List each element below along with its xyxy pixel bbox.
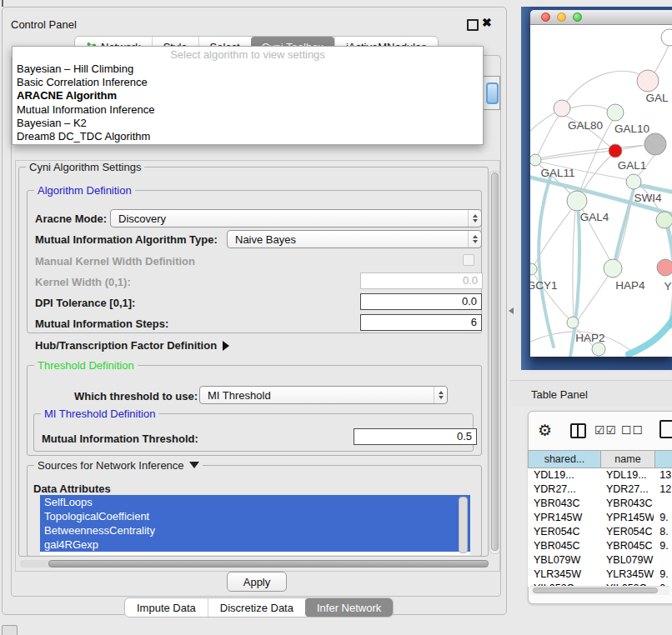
table-row[interactable]: YDL19...YDL19...13 bbox=[528, 468, 672, 482]
dpi-tolerance-field[interactable]: 0.0 bbox=[360, 293, 482, 310]
network-node-swi4[interactable] bbox=[656, 212, 672, 228]
zoom-traffic-light-icon[interactable] bbox=[573, 12, 582, 22]
algorithm-option-mutual-information-inference[interactable]: Mutual Information Inference bbox=[13, 103, 483, 117]
network-window[interactable]: GALGAL80GAL10GAL1GAL11GAL4SWI4GCY1HAP4YH… bbox=[530, 10, 672, 357]
mi-steps-field[interactable]: 6 bbox=[360, 314, 482, 331]
table-header-row: shared...name bbox=[528, 450, 672, 468]
network-node[interactable] bbox=[609, 144, 622, 158]
network-node-hap2[interactable] bbox=[567, 317, 579, 328]
network-node-hap4[interactable] bbox=[604, 259, 622, 278]
panel-splitter-arrow[interactable] bbox=[509, 308, 514, 314]
algorithm-option-bayesian-hill-climbing[interactable]: Bayesian – Hill Climbing bbox=[13, 62, 483, 76]
cyni-algorithm-settings-title: Cyni Algorithm Settings bbox=[26, 161, 144, 173]
table-cell: YBR043C bbox=[528, 497, 600, 511]
focused-spinner-fragment[interactable] bbox=[486, 82, 499, 104]
settings-horizontal-scrollbar[interactable] bbox=[20, 560, 487, 568]
network-edge[interactable] bbox=[654, 43, 669, 74]
spinner-arrows-icon[interactable] bbox=[468, 210, 481, 227]
table-panel-title: Table Panel bbox=[531, 388, 588, 401]
network-edge[interactable] bbox=[629, 318, 672, 354]
close-traffic-light-icon[interactable] bbox=[541, 12, 550, 22]
network-graph[interactable]: GALGAL80GAL10GAL1GAL11GAL4SWI4GCY1HAP4YH… bbox=[530, 24, 672, 357]
network-edge[interactable] bbox=[564, 71, 647, 106]
mi-algorithm-type-combobox[interactable]: Naive Bayes bbox=[227, 230, 482, 248]
attributes-list-scrollbar[interactable] bbox=[459, 497, 468, 553]
kernel-width-field[interactable]: 0.0 bbox=[360, 272, 483, 289]
network-node-label: HAP2 bbox=[575, 332, 604, 344]
column-header-shared[interactable]: shared... bbox=[528, 450, 601, 468]
algorithm-option-basic-correlation-inference[interactable]: Basic Correlation Inference bbox=[13, 76, 483, 89]
select-all-columns-icon[interactable]: ☑☑ bbox=[594, 423, 617, 437]
attribute-item-topologicalcoefficient[interactable]: TopologicalCoefficient bbox=[40, 509, 470, 523]
network-node-label: GAL80 bbox=[568, 119, 603, 132]
table-row[interactable]: YER054CYER054C8. bbox=[528, 525, 672, 539]
close-icon[interactable]: ✖ bbox=[482, 16, 492, 29]
network-node-label: GCY1 bbox=[530, 279, 557, 292]
table-row[interactable]: YBR045CYBR045C9. bbox=[528, 539, 672, 553]
network-node-gcy1[interactable] bbox=[530, 263, 537, 275]
tab-discretize-data[interactable]: Discretize Data bbox=[208, 598, 305, 617]
gear-icon[interactable]: ⚙ bbox=[538, 421, 552, 440]
attribute-item-selfloops[interactable]: SelfLoops bbox=[40, 495, 470, 509]
table-cell bbox=[654, 497, 672, 511]
table-cell: 9. bbox=[654, 511, 672, 525]
spinner-arrows-icon[interactable] bbox=[468, 231, 481, 248]
network-edge[interactable] bbox=[573, 208, 575, 318]
network-node[interactable] bbox=[592, 342, 605, 356]
data-attributes-label: Data Attributes bbox=[33, 482, 111, 495]
column-header-name[interactable]: name bbox=[601, 450, 655, 468]
algorithm-option-bayesian-k2[interactable]: Bayesian – K2 bbox=[13, 117, 483, 130]
manual-kernel-width-checkbox[interactable] bbox=[463, 254, 474, 266]
new-table-icon[interactable] bbox=[659, 420, 672, 438]
data-attributes-list[interactable]: SelfLoopsTopologicalCoefficientBetweenne… bbox=[40, 495, 470, 555]
network-node-gal10[interactable] bbox=[607, 104, 624, 121]
network-edge[interactable] bbox=[539, 177, 554, 347]
network-edge[interactable] bbox=[668, 228, 672, 327]
bottom-left-button[interactable] bbox=[2, 625, 18, 635]
table-cell: YLR345W bbox=[600, 568, 654, 582]
algorithm-dropdown-popup: Select algorithm to view settings Bayesi… bbox=[12, 46, 484, 145]
table-row[interactable]: YLR345WYLR345W9. bbox=[528, 568, 672, 582]
apply-button[interactable]: Apply bbox=[227, 572, 287, 592]
deselect-all-columns-icon[interactable]: ☐☐ bbox=[621, 423, 644, 437]
network-node[interactable] bbox=[644, 133, 666, 155]
sources-title[interactable]: Sources for Network Inference bbox=[34, 459, 203, 472]
aracne-mode-combobox[interactable]: Discovery bbox=[110, 209, 482, 228]
settings-vertical-scrollbar[interactable] bbox=[489, 171, 500, 554]
network-node-gal[interactable] bbox=[637, 70, 659, 92]
network-node-gal4[interactable] bbox=[567, 191, 587, 211]
table-row[interactable]: YBL079WYBL079W bbox=[528, 553, 672, 568]
tab-impute-data[interactable]: Impute Data bbox=[125, 598, 208, 617]
attribute-item-gal4rgexp[interactable]: gal4RGexp bbox=[40, 538, 470, 552]
split-columns-icon[interactable] bbox=[570, 423, 586, 438]
network-edge[interactable] bbox=[578, 275, 609, 320]
network-edge[interactable] bbox=[564, 105, 612, 112]
attribute-item-betweennesscentrality[interactable]: BetweennessCentrality bbox=[40, 523, 470, 538]
which-threshold-combobox[interactable]: MI Threshold bbox=[199, 386, 448, 404]
hub-definition-toggle[interactable]: Hub/Transcription Factor Definition bbox=[35, 339, 229, 352]
network-node-label: GAL4 bbox=[580, 211, 609, 223]
network-node-gal11[interactable] bbox=[530, 154, 541, 166]
table-row[interactable]: YDR27...YDR27...12 bbox=[528, 482, 672, 497]
minimize-traffic-light-icon[interactable] bbox=[557, 12, 566, 22]
spinner-arrows-icon[interactable] bbox=[434, 387, 447, 403]
table-row[interactable]: YPR145WYPR145W9. bbox=[528, 511, 672, 525]
tab-infer-network[interactable]: Infer Network bbox=[305, 598, 393, 617]
algorithm-option-aracne-algorithm[interactable]: ARACNE Algorithm bbox=[13, 89, 483, 102]
cyni-mode-tabbar: Impute DataDiscretize DataInfer Network bbox=[124, 598, 394, 618]
float-window-icon[interactable] bbox=[467, 19, 479, 31]
network-node-label: HAP4 bbox=[615, 279, 645, 292]
mi-threshold-field[interactable]: 0.5 bbox=[354, 428, 477, 445]
network-node-y[interactable] bbox=[657, 259, 672, 276]
network-edge[interactable] bbox=[537, 113, 560, 157]
table-cell: 9. bbox=[654, 539, 672, 553]
algorithm-option-dream8-dc-tdc-algorithm[interactable]: Dream8 DC_TDC Algorithm bbox=[13, 130, 483, 143]
table-row[interactable]: YBR043CYBR043C bbox=[528, 497, 672, 511]
network-window-titlebar[interactable] bbox=[530, 10, 672, 25]
table-cell bbox=[654, 553, 672, 568]
table-horizontal-scrollbar[interactable] bbox=[530, 586, 669, 595]
column-header-clipped[interactable] bbox=[655, 450, 672, 468]
network-node-gal1[interactable] bbox=[626, 174, 641, 189]
network-node[interactable] bbox=[661, 29, 672, 46]
network-node-gal80[interactable] bbox=[554, 100, 570, 117]
